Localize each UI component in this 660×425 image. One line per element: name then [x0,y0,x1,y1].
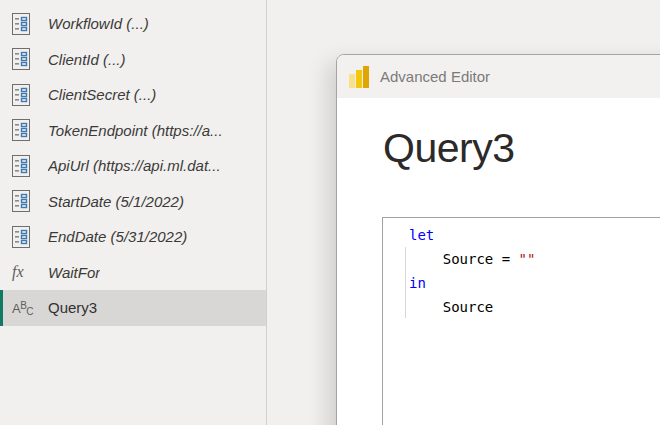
function-icon: fx [12,263,38,281]
parameter-icon [12,84,38,106]
sidebar-item-startdate[interactable]: StartDate (5/1/2022) [0,184,266,220]
code-line: in [409,271,660,295]
indent-guide-line [405,247,406,318]
sidebar-item-label: ClientSecret (...) [48,86,156,103]
sidebar-item-apiurl[interactable]: ApiUrl (https://api.ml.dat... [0,148,266,184]
parameter-icon [12,155,38,177]
sidebar-item-label: Query3 [48,299,97,316]
sidebar-item-workflowid[interactable]: WorkflowId (...) [0,6,266,42]
sidebar-item-tokenendpoint[interactable]: TokenEndpoint (https://a... [0,113,266,149]
sidebar-item-label: EndDate (5/31/2022) [48,228,187,245]
query-list-panel: WorkflowId (...) ClientId (...) [0,0,267,425]
power-query-editor-screen: { "sidebar": { "items": [ { "label": "Wo… [0,0,660,425]
sidebar-item-label: WaitFor [48,264,100,281]
parameter-icon [12,119,38,141]
query-name-heading: Query3 [383,125,660,172]
sidebar-item-waitfor[interactable]: fx WaitFor [0,255,266,291]
code-line: let [409,223,660,247]
advanced-editor-dialog: Advanced Editor Query3 let Source = "" i… [336,54,660,425]
parameter-icon [12,190,38,212]
sidebar-item-label: ClientId (...) [48,51,126,68]
sidebar-item-clientsecret[interactable]: ClientSecret (...) [0,77,266,113]
parameter-icon [12,13,38,35]
powerbi-logo-icon [349,66,370,88]
m-code-editor[interactable]: let Source = "" in Source [382,217,660,425]
sidebar-item-label: ApiUrl (https://api.ml.dat... [48,157,221,174]
sidebar-item-label: StartDate (5/1/2022) [48,193,184,210]
parameter-icon [12,226,38,248]
dialog-title: Advanced Editor [380,68,490,85]
sidebar-item-query3[interactable]: ABC Query3 [0,290,266,326]
code-line: Source = "" [409,247,660,271]
sidebar-item-label: WorkflowId (...) [48,15,149,32]
parameter-icon [12,48,38,70]
sidebar-item-label: TokenEndpoint (https://a... [48,122,223,139]
code-line: Source [409,295,660,319]
text-type-icon: ABC [12,299,38,317]
dialog-titlebar: Advanced Editor [337,55,660,98]
sidebar-item-clientid[interactable]: ClientId (...) [0,42,266,78]
selected-accent-bar [0,290,3,326]
sidebar-item-enddate[interactable]: EndDate (5/31/2022) [0,219,266,255]
